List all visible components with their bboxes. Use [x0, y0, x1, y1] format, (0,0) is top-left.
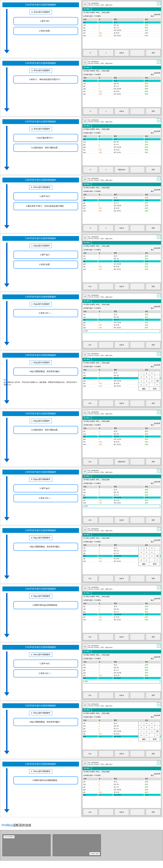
bottom-button[interactable]: 123...: [83, 750, 98, 757]
table-row[interactable]: ai10.00AI: 0-15d652: [83, 207, 161, 209]
bottom-button[interactable]: [130, 283, 145, 290]
keypad-key[interactable]: 6: [149, 550, 155, 554]
table-row[interactable]: go10GO: 33-36d652: [83, 88, 161, 90]
bottom-button[interactable]: 1: [99, 50, 113, 56]
col-device[interactable]: 设备: [144, 135, 161, 138]
bottom-button[interactable]: [130, 633, 145, 640]
bottom-button[interactable]: 0: [83, 50, 98, 56]
table-row[interactable]: di11DI: 0d652: [83, 138, 161, 141]
col-value[interactable]: 值: [98, 427, 113, 430]
bottom-button[interactable]: 123...: [83, 458, 98, 465]
close-icon[interactable]: X: [157, 2, 161, 5]
keypad-key[interactable]: 9: [149, 546, 155, 550]
bottom-button[interactable]: 仿真▼: [115, 809, 129, 815]
table-row[interactable]: di10DI: 0d652: [83, 781, 161, 783]
table-row[interactable]: ao10.00AO: 16-31d652: [83, 794, 161, 796]
keypad-key[interactable]: 8: [144, 721, 150, 725]
col-name[interactable]: 名称: [83, 427, 98, 430]
table-row[interactable]: do10DO: 32d652: [83, 141, 161, 143]
col-type[interactable]: 类型: [113, 310, 144, 313]
col-value[interactable]: 值: [98, 602, 113, 605]
col-name[interactable]: 名称: [83, 486, 98, 488]
table-row[interactable]: do10DO: 32d652: [83, 491, 161, 494]
bottom-button[interactable]: 1: [99, 166, 113, 173]
bottom-button[interactable]: [99, 750, 113, 757]
col-device[interactable]: 设备: [144, 661, 161, 663]
bottom-button[interactable]: [130, 108, 145, 115]
bottom-button[interactable]: 仿真▼: [115, 341, 129, 348]
keypad-key[interactable]: 1: [138, 554, 144, 558]
keypad-key[interactable]: 2: [144, 729, 150, 733]
table-row[interactable]: di10DI: 0d652: [83, 313, 161, 316]
table-row[interactable]: ai10.00AI: 0-15d652: [83, 441, 161, 443]
table-row[interactable]: di11DI: 0d652: [83, 80, 161, 82]
close-icon[interactable]: X: [157, 411, 161, 414]
menu-icon[interactable]: ≡: [83, 236, 87, 240]
table-row[interactable]: do10DO: 32d652: [83, 608, 161, 610]
bottom-button[interactable]: 仿真▼: [115, 108, 129, 115]
keypad-key[interactable]: 5: [144, 550, 150, 554]
keypad-key[interactable]: .: [149, 733, 155, 737]
bottom-button[interactable]: 0: [83, 225, 98, 231]
table-row[interactable]: gi10GI: 1-4d652: [83, 202, 161, 204]
keypad-key[interactable]: 0: [138, 733, 144, 737]
close-icon[interactable]: X: [157, 469, 161, 472]
bottom-button[interactable]: 123...: [83, 341, 98, 348]
menu-icon[interactable]: ≡: [83, 762, 87, 766]
table-row[interactable]: di10DI: 0d652: [83, 255, 161, 257]
tab-io[interactable]: 输入输出: [83, 183, 92, 186]
col-device[interactable]: 设备: [144, 193, 161, 196]
col-type[interactable]: 类型: [113, 193, 144, 196]
bottom-button[interactable]: 123...: [83, 517, 98, 524]
col-name[interactable]: 名称: [83, 719, 98, 722]
col-value[interactable]: 值: [98, 486, 113, 488]
col-device[interactable]: 设备: [144, 777, 161, 780]
table-row[interactable]: ai10.00AI: 0-15d652: [83, 616, 161, 618]
col-value[interactable]: 值: [98, 777, 113, 780]
keypad-key[interactable]: .: [149, 383, 155, 387]
bottom-button[interactable]: 0: [83, 166, 98, 173]
col-name[interactable]: 名称: [83, 310, 98, 313]
table-row[interactable]: ai10.00AI: 0-15d652: [83, 149, 161, 151]
col-name[interactable]: 名称: [83, 76, 98, 80]
bottom-button[interactable]: 关闭: [146, 517, 161, 524]
col-type[interactable]: 类型: [113, 427, 144, 430]
close-icon[interactable]: X: [157, 294, 161, 297]
keypad-key[interactable]: F: [155, 383, 160, 387]
close-icon[interactable]: X: [157, 177, 161, 181]
table-row[interactable]: di10DI: 0d652: [83, 606, 161, 608]
col-value[interactable]: 值: [98, 310, 113, 313]
bottom-button[interactable]: [99, 633, 113, 640]
keypad-key[interactable]: 6: [149, 725, 155, 729]
col-name[interactable]: 名称: [83, 602, 98, 605]
menu-icon[interactable]: ≡: [83, 528, 87, 532]
tab-io[interactable]: 输入输出: [83, 124, 92, 128]
col-name[interactable]: 名称: [83, 369, 98, 371]
table-row[interactable]: ai10.00AI: 0-15d652: [83, 266, 161, 268]
table-row[interactable]: gi10GI: 1-4d652: [83, 436, 161, 438]
col-type[interactable]: 类型: [113, 661, 144, 663]
table-row[interactable]: do10DO: 32d652: [83, 316, 161, 318]
bottom-button[interactable]: 0: [83, 108, 98, 115]
col-type[interactable]: 类型: [113, 486, 144, 488]
keypad-key[interactable]: 5: [144, 725, 150, 729]
bottom-button[interactable]: [130, 692, 145, 699]
menu-icon[interactable]: ≡: [83, 586, 87, 591]
keypad-ok[interactable]: 确定: [138, 562, 149, 566]
bottom-button[interactable]: [99, 341, 113, 348]
keypad-key[interactable]: 3: [149, 554, 155, 558]
col-value[interactable]: 值: [98, 661, 113, 663]
table-row[interactable]: go10GO: 33-36d652: [83, 29, 161, 31]
table-row[interactable]: do10DO: 32d652: [83, 24, 161, 26]
bottom-button[interactable]: [99, 458, 113, 465]
tab-io[interactable]: 输入输出: [83, 7, 92, 11]
table-row[interactable]: do10DO: 32d652: [83, 258, 161, 260]
table-row[interactable]: gi10GI: 1-4d652: [83, 611, 161, 613]
menu-icon[interactable]: ≡: [83, 177, 87, 182]
table-row[interactable]: ai10.00AI: 0-15d652: [83, 32, 161, 34]
col-type[interactable]: 类型: [113, 18, 144, 21]
bottom-button[interactable]: [99, 809, 113, 815]
keypad-key[interactable]: ⌫: [155, 554, 160, 558]
table-row[interactable]: ai10.00AI: 0-15d652: [83, 90, 161, 93]
col-type[interactable]: 类型: [113, 602, 144, 605]
